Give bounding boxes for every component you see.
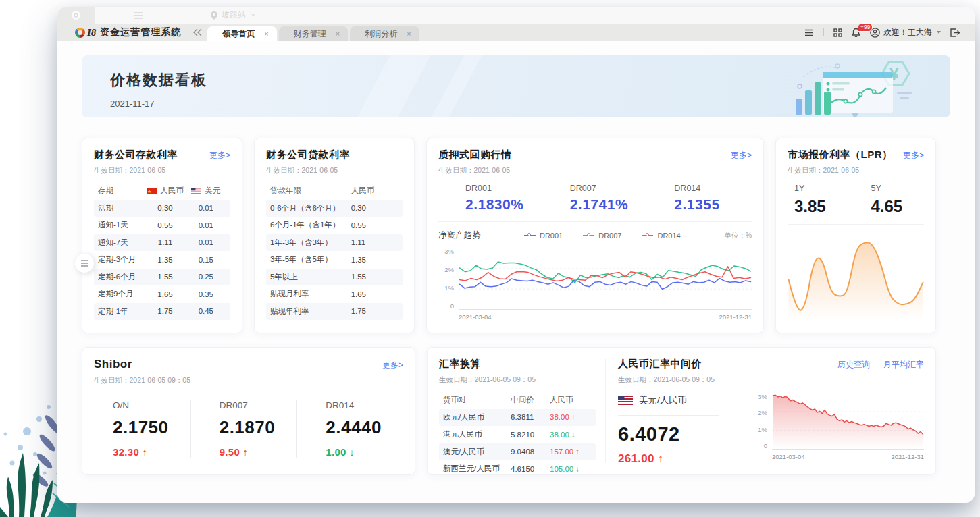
- card-title: 财务公司贷款利率: [266, 148, 350, 161]
- loan-rate-table: 贷款年限 人民币 0-6个月（含6个月）0.306个月-1年（含1年）0.551…: [266, 182, 403, 320]
- cny-mid-value: 6.4072: [618, 423, 752, 445]
- menu-icon[interactable]: [804, 29, 814, 36]
- more-link[interactable]: 更多>: [209, 150, 230, 161]
- table-header: 存期 ★ 人民币 美元: [94, 182, 230, 200]
- table-row: 港元人民币5.821038.00 ↓: [439, 426, 596, 443]
- stat-dr001: DR001 2.1830%: [438, 184, 543, 213]
- card-title: 市场报价利率（LPR）: [788, 148, 893, 161]
- y-axis: 3%2% 1%0: [752, 393, 772, 450]
- app-header: I8 资金运营管理系统 领导首页 × 财务管理 × 利润分析 ×: [57, 24, 975, 41]
- legend-marker-icon: [524, 235, 536, 236]
- cny-stat: 美元/人民币 6.4072 261.00 ↑: [618, 390, 752, 466]
- table-header: 贷款年限 人民币: [266, 182, 403, 200]
- table-row: 贴现年利率1.75: [266, 303, 403, 321]
- welcome-text: 欢迎！王大海: [883, 27, 932, 38]
- apps-grid-icon[interactable]: [833, 28, 842, 37]
- delta-value: 32.30 ↑: [113, 446, 190, 458]
- stat-1y: 1Y 3.85: [788, 184, 848, 216]
- fx-card: 汇率换算 生效日期：2021-06-05 09：05 货币对 中间价 人民币 欧…: [427, 347, 936, 475]
- tab-bar: 领导首页 × 财务管理 × 利润分析 ×: [207, 24, 421, 41]
- tab-finance-mgmt[interactable]: 财务管理 ×: [279, 26, 348, 41]
- notification-badge: +99: [858, 23, 873, 32]
- logo-ring-icon: [75, 28, 85, 38]
- cny-mid-price-section: 人民币汇率中间价 历史查询 月平均汇率 生效日期：2021-06-05 09：0…: [618, 358, 924, 464]
- history-query-link[interactable]: 历史查询: [837, 359, 870, 371]
- x-axis: 2021-03-042021-12-31: [772, 453, 924, 460]
- background-location: 坡跟站: [211, 9, 255, 21]
- fx-conversion-section: 汇率换算 生效日期：2021-06-05 09：05 货币对 中间价 人民币 欧…: [439, 358, 596, 464]
- effective-date: 生效日期：2021-06-05: [266, 166, 403, 175]
- delta-value: 1.00 ↓: [326, 446, 403, 458]
- table-row: 澳元/人民币9.0408157.00 ↑: [439, 443, 596, 461]
- table-row: 0-6个月（含6个月）0.30: [266, 200, 403, 217]
- logout-icon[interactable]: [950, 28, 960, 37]
- app-window: 坡跟站 I8 资金运营管理系统 领导首页 × 财务管理 × 利润分析 ×: [57, 7, 975, 503]
- area-plot: [772, 393, 924, 450]
- monthly-avg-link[interactable]: 月平均汇率: [883, 359, 924, 371]
- legend-marker-icon: [642, 235, 653, 236]
- background-toolbar: 坡跟站: [57, 7, 975, 24]
- lpr-stats: 1Y 3.85 5Y 4.65: [788, 184, 924, 225]
- background-menu-icon: [134, 12, 143, 19]
- card-title: 质押式回购行情: [438, 148, 512, 161]
- delta-value: 9.50 ↑: [220, 446, 297, 458]
- trend-title: 净资产趋势: [438, 229, 481, 241]
- table-row: 3年-5年（含5年）1.35: [266, 251, 403, 269]
- card-title: Shibor: [94, 358, 132, 371]
- stat-on: O/N 2.1750 32.30 ↑: [94, 400, 190, 458]
- deposit-rate-card: 财务公司存款利率 更多> 生效日期：2021-06-05 存期 ★ 人民币 美元: [82, 138, 242, 333]
- divider: [618, 415, 719, 416]
- repo-market-card: 质押式回购行情 更多> 生效日期：2021-06-05 DR001 2.1830…: [426, 138, 764, 333]
- table-row: 活期0.300.01: [94, 200, 230, 217]
- x-axis: 2021-03-042021-12-31: [459, 313, 752, 321]
- tab-close-icon[interactable]: ×: [407, 30, 411, 38]
- logo-mark: I8: [87, 27, 96, 38]
- chart-legend: DR001DR007DR014: [481, 232, 725, 240]
- shibor-stats: O/N 2.1750 32.30 ↑ DR007 2.1870 9.50 ↑ D…: [94, 400, 403, 458]
- notification-bell-icon[interactable]: +99: [852, 28, 860, 37]
- effective-date: 生效日期：2021-06-05 09：05: [618, 375, 924, 385]
- delta-value: 261.00 ↑: [618, 452, 752, 466]
- user-menu[interactable]: 欢迎！王大海: [870, 27, 941, 38]
- legend-marker-icon: [583, 235, 594, 236]
- table-row: 通知-1天0.550.01: [94, 217, 230, 234]
- tab-close-icon[interactable]: ×: [336, 30, 340, 38]
- app-title: 资金运营管理系统: [100, 26, 181, 38]
- chevron-down-icon: [937, 31, 941, 34]
- stat-5y: 5Y 4.65: [848, 184, 925, 216]
- effective-date: 生效日期：2021-06-05: [94, 166, 230, 175]
- legend-item: DR007: [583, 232, 621, 240]
- usa-flag-icon: [191, 188, 201, 194]
- tab-profit-analysis[interactable]: 利润分析 ×: [350, 26, 419, 41]
- table-row: 1年-3年（含3年）1.11: [266, 234, 403, 252]
- tabs-collapse-icon[interactable]: [188, 24, 207, 41]
- more-link[interactable]: 更多>: [731, 150, 752, 161]
- divider: [605, 359, 606, 463]
- tab-leader-home[interactable]: 领导首页 ×: [207, 26, 276, 41]
- effective-date: 生效日期：2021-06-05 09：05: [94, 376, 403, 385]
- effective-date: 生效日期：2021-06-05: [438, 166, 752, 175]
- sidebar-expand-handle[interactable]: [75, 254, 94, 273]
- table-row: 新西兰元/人民币4.6150105.00 ↓: [439, 460, 596, 478]
- table-row: 定期-1年1.750.45: [94, 303, 230, 321]
- card-title: 汇率换算: [439, 358, 481, 371]
- tab-close-icon[interactable]: ×: [264, 30, 268, 38]
- deposit-rate-table: 存期 ★ 人民币 美元 活期0.300.01通知-1天0.550.01通知-7天…: [94, 182, 230, 320]
- legend-item: DR014: [642, 232, 680, 240]
- more-link[interactable]: 更多>: [903, 150, 924, 161]
- lpr-card: 市场报价利率（LPR） 更多> 生效日期：2021-06-05 1Y 3.85 …: [775, 138, 936, 333]
- card-title: 人民币汇率中间价: [618, 358, 702, 371]
- legend-item: DR001: [524, 232, 563, 240]
- fx-table: 货币对 中间价 人民币 欧元/人民币6.381138.00 ↑港元人民币5.82…: [439, 391, 596, 478]
- effective-date: 生效日期：2021-06-05 09：05: [439, 375, 596, 385]
- table-row: 定期9个月1.650.35: [94, 285, 230, 303]
- table-row: 6个月-1年（含1年）0.55: [266, 217, 403, 234]
- more-link[interactable]: 更多>: [382, 360, 403, 371]
- china-flag-icon: ★: [147, 188, 157, 194]
- dashboard-content: 价格数据看板 2021-11-17 ¥: [57, 41, 975, 503]
- line-plot: [459, 248, 752, 310]
- loan-rate-card: 财务公司贷款利率 生效日期：2021-06-05 贷款年限 人民币 0-6个月（…: [254, 138, 415, 333]
- app-brand: I8 资金运营管理系统: [57, 24, 188, 41]
- pair-label: 美元/人民币: [639, 394, 687, 406]
- unit-label: 单位：%: [724, 231, 752, 240]
